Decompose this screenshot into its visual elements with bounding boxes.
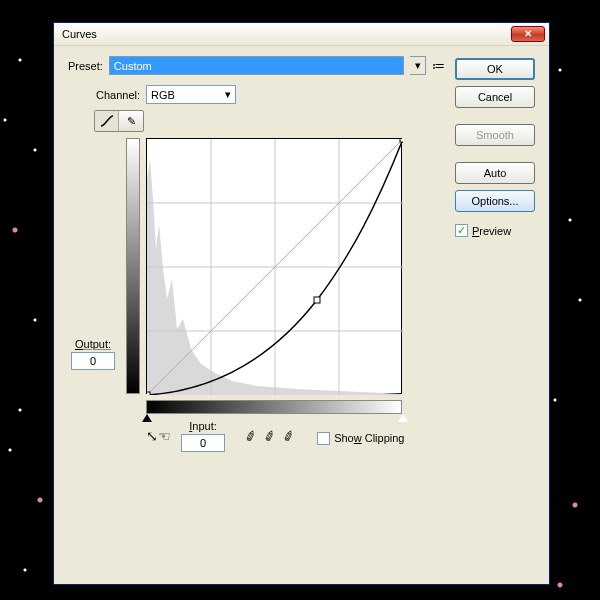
curve-point-mid[interactable]: [314, 297, 320, 303]
chevron-down-icon: ▾: [225, 88, 231, 101]
titlebar[interactable]: Curves ✕: [54, 23, 549, 46]
show-clipping-label: Show Clipping: [334, 432, 404, 444]
curve-point-white[interactable]: [400, 139, 403, 142]
curve-canvas[interactable]: [146, 138, 402, 394]
show-clipping-checkbox[interactable]: [317, 432, 330, 445]
white-eyedropper-icon[interactable]: ✐: [281, 426, 298, 445]
preset-row: Preset: Custom ▾ ≔: [68, 56, 445, 75]
output-field[interactable]: 0: [71, 352, 115, 370]
preset-value: Custom: [114, 60, 152, 72]
auto-button[interactable]: Auto: [455, 162, 535, 184]
preset-dropdown-arrow[interactable]: ▾: [410, 56, 426, 75]
gray-eyedropper-icon[interactable]: ✐: [262, 426, 279, 445]
preset-label: Preset:: [68, 60, 103, 72]
cancel-button[interactable]: Cancel: [455, 86, 535, 108]
channel-label: Channel:: [96, 89, 140, 101]
channel-row: Channel: RGB ▾: [68, 85, 445, 104]
preset-menu-icon[interactable]: ≔: [432, 58, 445, 73]
black-eyedropper-icon[interactable]: ✐: [243, 426, 260, 445]
preview-label: Preview: [472, 225, 511, 237]
preview-checkbox[interactable]: ✓: [455, 224, 468, 237]
curve-tool-pencil-icon[interactable]: ✎: [119, 111, 143, 131]
smooth-button[interactable]: Smooth: [455, 124, 535, 146]
channel-select[interactable]: RGB ▾: [146, 85, 236, 104]
input-gradient: [146, 400, 402, 414]
output-gradient: [126, 138, 140, 394]
channel-value: RGB: [151, 89, 175, 101]
curve-tool-toggle[interactable]: ✎: [94, 110, 144, 132]
input-label: Input:: [181, 420, 225, 432]
curves-dialog: Curves ✕ Preset: Custom ▾ ≔ Channel: RGB…: [53, 22, 550, 585]
options-button[interactable]: Options...: [455, 190, 535, 212]
curve-point-black[interactable]: [147, 392, 150, 395]
preset-select[interactable]: Custom: [109, 56, 404, 75]
output-label: Output:: [68, 338, 118, 350]
window-title: Curves: [62, 28, 511, 40]
ok-button[interactable]: OK: [455, 58, 535, 80]
curve-tool-spline-icon[interactable]: [95, 111, 119, 131]
window-close-button[interactable]: ✕: [511, 26, 545, 42]
on-image-adjust-icon[interactable]: ⤡☜: [146, 428, 171, 444]
input-field[interactable]: 0: [181, 434, 225, 452]
